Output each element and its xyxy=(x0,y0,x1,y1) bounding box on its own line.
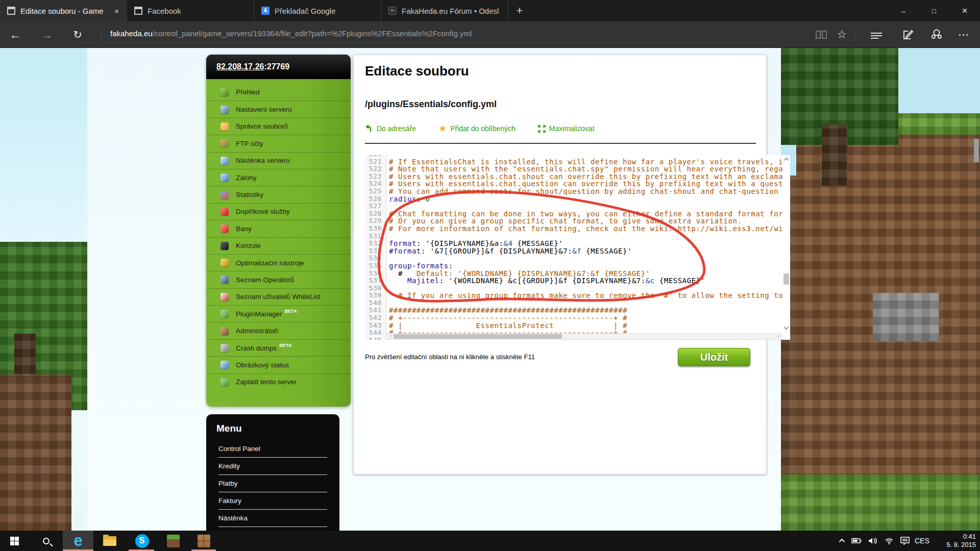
wifi-icon[interactable] xyxy=(881,531,897,551)
menu-items: Control PanelKredityPlatbyFakturyNástěnk… xyxy=(206,440,339,527)
minecraft-grass-taskbar-button[interactable] xyxy=(159,531,187,551)
clock[interactable]: 0:41 5. 8. 2015 xyxy=(946,531,976,551)
battery-icon[interactable] xyxy=(848,531,865,551)
sidebar-item[interactable]: Nastavení serveru xyxy=(206,101,351,117)
puzzle-icon xyxy=(220,310,229,318)
sidebar-menu: PřehledNastavení serveruSprávce souborůF… xyxy=(206,79,351,390)
sidebar-item[interactable]: Správce souborů xyxy=(206,118,351,135)
sidebar-item-label: Přehled xyxy=(236,88,260,96)
sidebar-item[interactable]: Zálohy xyxy=(206,169,351,186)
back-to-directory-link[interactable]: Do adresáře xyxy=(365,124,416,133)
share-icon[interactable] xyxy=(929,28,944,42)
favorite-star-icon[interactable]: ☆ xyxy=(834,28,849,42)
wallpaper-left xyxy=(0,48,87,531)
browser-tab[interactable]: Facebook xyxy=(127,0,254,21)
new-tab-button[interactable]: + xyxy=(508,0,531,21)
forward-icon[interactable]: → xyxy=(36,21,58,48)
search-icon xyxy=(43,538,50,544)
menu-item[interactable]: Control Panel xyxy=(218,440,327,458)
code-line: 527 xyxy=(365,203,790,210)
sidebar-item-label: Zaplatit tento server xyxy=(236,378,297,386)
scroll-up-icon[interactable] xyxy=(784,158,789,163)
maximize-editor-link[interactable]: Maximalizovat xyxy=(538,124,595,133)
vertical-scroll-thumb[interactable] xyxy=(783,273,789,285)
back-icon[interactable]: ← xyxy=(4,21,27,48)
search-button[interactable] xyxy=(32,531,60,551)
editor-toolbar: Do adresáře ★ Přidat do oblíbených Maxim… xyxy=(365,124,617,133)
minecraft-grass-icon xyxy=(167,535,180,547)
editor-horizontal-scrollbar[interactable]: ‹ › xyxy=(387,333,782,340)
sidebar-item[interactable]: Statistiky xyxy=(206,186,351,203)
sidebar-item[interactable]: FTP účty xyxy=(206,135,351,152)
sidebar-item[interactable]: Konzole xyxy=(206,237,351,254)
more-options-icon[interactable] xyxy=(955,28,971,42)
scroll-left-icon[interactable]: ‹ xyxy=(389,333,393,339)
image-icon xyxy=(220,361,229,369)
sidebar-item[interactable]: Přehled xyxy=(206,84,351,101)
sidebar-item[interactable]: Obrázkový status xyxy=(206,356,351,373)
code-text: format: '{DISPLAYNAME}&a:&4 {MESSAGE}' xyxy=(386,240,563,247)
menu-item[interactable]: Platby xyxy=(218,475,327,492)
language-indicator[interactable]: CES xyxy=(915,531,929,551)
sidebar-item[interactable]: Doplňkové služby xyxy=(206,203,351,220)
line-number: 543 xyxy=(365,322,386,330)
screen: Editace souboru - Game×FacebookPřekladač… xyxy=(0,0,980,551)
page-scrollbar-thumb[interactable] xyxy=(974,139,979,162)
crafting-table-taskbar-button[interactable] xyxy=(189,531,218,551)
scroll-down-icon[interactable] xyxy=(784,325,789,330)
menu-item[interactable]: Nástěnka xyxy=(218,510,327,527)
server-ip[interactable]: 82.208.17.26 xyxy=(216,62,264,71)
line-number: 534 xyxy=(365,255,386,262)
sidebar-item[interactable]: Nástěnka serveru xyxy=(206,152,351,169)
tab-close-icon[interactable]: × xyxy=(111,7,122,15)
volume-icon[interactable] xyxy=(865,531,881,551)
skype-taskbar-button[interactable]: S xyxy=(127,531,157,551)
sidebar-item-label: Seznam uživatelů WhiteList xyxy=(236,293,321,300)
explorer-taskbar-button[interactable] xyxy=(95,531,125,551)
menu-item[interactable]: Faktury xyxy=(218,492,327,510)
code-line: 539 # If you are using group formats mak… xyxy=(365,292,790,299)
hub-icon[interactable] xyxy=(871,28,886,42)
maximize-button[interactable]: □ xyxy=(919,0,949,21)
add-favorite-link[interactable]: ★ Přidat do oblíbených xyxy=(438,124,516,133)
sidebar-item[interactable]: Seznam Operátorů xyxy=(206,271,351,288)
sidebar-item[interactable]: Crash dumpsBETA xyxy=(206,339,351,356)
start-button[interactable] xyxy=(0,531,29,551)
account-menu: Menu Control PanelKredityPlatbyFakturyNá… xyxy=(206,414,339,531)
edge-taskbar-button[interactable]: e xyxy=(63,531,93,551)
minimize-button[interactable]: – xyxy=(888,0,919,21)
scroll-right-icon[interactable]: › xyxy=(777,333,780,339)
sidebar-item[interactable]: Zaplatit tento server xyxy=(206,373,351,390)
disc-icon xyxy=(220,173,229,182)
sidebar-item-label: FTP účty xyxy=(236,140,263,147)
horizontal-scroll-thumb[interactable] xyxy=(394,334,562,339)
sidebar-item[interactable]: PluginManagerBETA xyxy=(206,305,351,322)
save-button[interactable]: Uložit xyxy=(678,348,750,366)
sidebar-item-label: Crash dumps xyxy=(236,344,277,352)
code-text: # If you are using group formats make su… xyxy=(386,292,790,299)
code-editor[interactable]: 520521# If EssentialsChat is installed, … xyxy=(365,155,790,340)
action-center-icon[interactable] xyxy=(896,531,914,551)
sidebar-item[interactable]: Administrátoři xyxy=(206,322,351,339)
sidebar-item[interactable]: Optimalizační nástroje xyxy=(206,254,351,271)
menu-item[interactable]: Kredity xyxy=(218,458,327,475)
line-number: 536 xyxy=(365,270,386,278)
sidebar-item[interactable]: Seznam uživatelů WhiteList xyxy=(206,288,351,305)
tray-expand-button[interactable] xyxy=(833,531,849,551)
browser-tab[interactable]: Editace souboru - Game× xyxy=(0,0,127,21)
operator-icon xyxy=(220,276,229,284)
wand-icon xyxy=(220,259,229,267)
browser-tab[interactable]: Překladač Google xyxy=(254,0,381,21)
editor-vertical-scrollbar[interactable] xyxy=(782,155,790,333)
code-line: 526radius: 0 xyxy=(365,195,790,203)
url-field[interactable]: fakaheda.eu/control_panel/game_servers/1… xyxy=(110,29,472,38)
browser-tab[interactable]: FakaHeda.eu Fórum • Odesl xyxy=(381,0,508,21)
file-explorer-icon xyxy=(103,536,116,546)
sidebar-item[interactable]: Bany xyxy=(206,220,351,237)
code-text: # Users with essentials.chat.shout can o… xyxy=(386,173,790,181)
line-number: 535 xyxy=(365,262,386,270)
close-button[interactable]: × xyxy=(949,0,980,21)
web-note-icon[interactable] xyxy=(900,28,916,42)
refresh-icon[interactable]: ↻ xyxy=(66,21,89,48)
reading-view-icon[interactable] xyxy=(814,28,829,42)
